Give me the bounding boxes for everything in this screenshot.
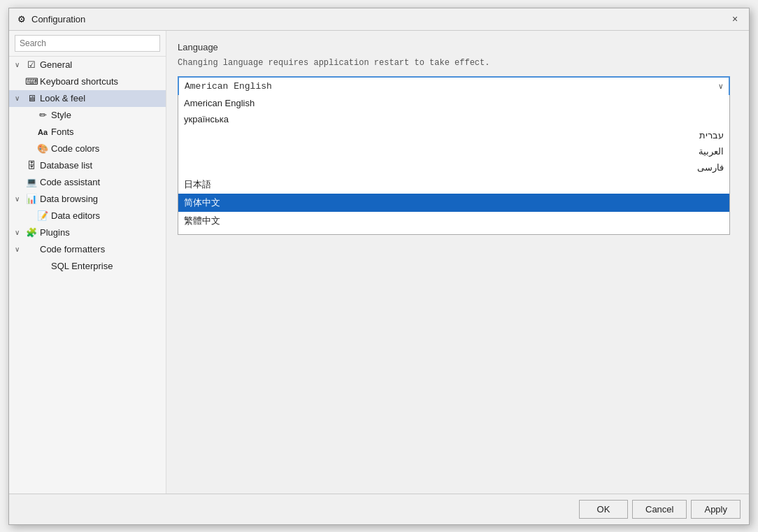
sidebar-item-keyboard-shortcuts[interactable]: ⌨ Keyboard shortcuts [9, 73, 166, 90]
general-icon: ☑ [26, 59, 37, 71]
dropdown-selected-value[interactable]: American English ∨ [179, 78, 729, 95]
data-editors-icon: 📝 [37, 210, 48, 222]
lang-arabic[interactable]: العربية [178, 143, 729, 159]
hint-text: Changing language requires application r… [178, 58, 738, 68]
sidebar-item-style[interactable]: ✏ Style [9, 107, 166, 124]
dialog-body: ∨ ☑ General ⌨ Keyboard shortcuts ∨ 🖥 Loo… [9, 31, 749, 494]
main-content: Language Changing language requires appl… [166, 31, 749, 494]
sidebar-item-code-colors[interactable]: 🎨 Code colors [9, 141, 166, 157]
sidebar-item-look-feel[interactable]: ∨ 🖥 Look & feel [9, 90, 166, 107]
lang-ukrainian[interactable]: украïнська [178, 111, 729, 127]
sidebar: ∨ ☑ General ⌨ Keyboard shortcuts ∨ 🖥 Loo… [9, 31, 166, 494]
plugins-icon: 🧩 [26, 227, 37, 238]
lang-persian[interactable]: فارسی [178, 159, 729, 175]
lang-japanese[interactable]: 日本語 [178, 175, 729, 194]
fonts-label: Fonts [51, 127, 74, 137]
dbrow-chevron: ∨ [15, 195, 23, 203]
sql-enterprise-icon [37, 261, 48, 272]
look-feel-icon: 🖥 [26, 93, 37, 104]
selected-language-text: American English [185, 81, 272, 92]
sidebar-item-code-assistant[interactable]: 💻 Code assistant [9, 174, 166, 191]
cf-label: Code formatters [40, 244, 105, 254]
sidebar-item-code-formatters[interactable]: ∨ Code formatters [9, 241, 166, 258]
window-title: Configuration [31, 14, 85, 24]
general-chevron: ∨ [15, 61, 23, 69]
lang-simplified-chinese[interactable]: 简体中文 [178, 194, 729, 212]
style-icon: ✏ [37, 110, 48, 121]
lang-korean[interactable]: 한국어 [178, 230, 729, 235]
apply-button[interactable]: Apply [691, 500, 741, 519]
section-label: Language [178, 42, 738, 52]
code-assistant-icon: 💻 [26, 177, 37, 188]
sidebar-item-database-list[interactable]: 🗄 Database list [9, 157, 166, 174]
language-dropdown-list: American English украïнська עברית العربي… [178, 95, 730, 235]
code-formatters-icon [26, 244, 37, 255]
de-label: Data editors [51, 210, 100, 221]
db-label: Database list [40, 160, 92, 171]
ca-label: Code assistant [40, 177, 100, 187]
fonts-icon: Aa [37, 127, 48, 138]
plugins-label: Plugins [40, 227, 70, 238]
ks-label: Keyboard shortcuts [40, 76, 118, 87]
cancel-button[interactable]: Cancel [632, 500, 687, 519]
lang-hebrew[interactable]: עברית [178, 127, 729, 143]
sidebar-item-fonts[interactable]: Aa Fonts [9, 124, 166, 141]
config-icon: ⚙ [16, 13, 27, 24]
lang-traditional-chinese[interactable]: 繁體中文 [178, 212, 729, 230]
ok-button[interactable]: OK [579, 500, 628, 519]
cf-chevron: ∨ [15, 245, 23, 253]
configuration-dialog: ⚙ Configuration × ∨ ☑ General ⌨ [8, 8, 750, 525]
nav-tree: ∨ ☑ General ⌨ Keyboard shortcuts ∨ 🖥 Loo… [9, 57, 166, 494]
keyboard-icon: ⌨ [26, 76, 37, 87]
data-browsing-icon: 📊 [26, 194, 37, 205]
dbrow-label: Data browsing [40, 194, 98, 204]
lf-chevron: ∨ [15, 94, 23, 102]
database-icon: 🗄 [26, 160, 37, 171]
title-bar: ⚙ Configuration × [9, 8, 749, 31]
cc-label: Code colors [51, 143, 99, 154]
plugins-chevron: ∨ [15, 229, 23, 236]
dropdown-arrow-icon: ∨ [718, 82, 723, 91]
style-label: Style [51, 110, 71, 120]
sidebar-item-sql-enterprise[interactable]: SQL Enterprise [9, 258, 166, 275]
lf-label: Look & feel [40, 93, 85, 103]
sidebar-item-data-browsing[interactable]: ∨ 📊 Data browsing [9, 191, 166, 208]
sidebar-item-general[interactable]: ∨ ☑ General [9, 57, 166, 73]
search-box [9, 31, 166, 57]
dialog-footer: OK Cancel Apply [9, 494, 749, 524]
general-label: General [40, 59, 72, 70]
se-label: SQL Enterprise [51, 261, 113, 271]
sidebar-item-plugins[interactable]: ∨ 🧩 Plugins [9, 224, 166, 241]
close-button[interactable]: × [728, 12, 742, 26]
search-input[interactable] [15, 35, 160, 52]
language-dropdown[interactable]: American English ∨ American English укра… [178, 76, 730, 96]
sidebar-item-data-editors[interactable]: 📝 Data editors [9, 208, 166, 224]
lang-american-english[interactable]: American English [178, 95, 729, 111]
code-colors-icon: 🎨 [37, 143, 48, 154]
title-bar-left: ⚙ Configuration [16, 13, 85, 24]
